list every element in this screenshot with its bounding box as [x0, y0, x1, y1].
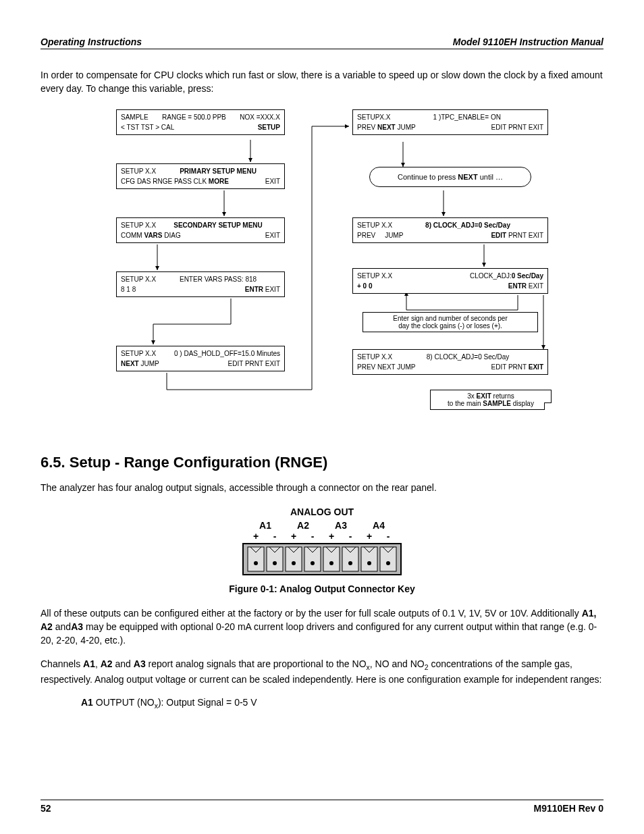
- page-number: 52: [41, 803, 51, 814]
- svg-point-27: [329, 561, 333, 565]
- analog-polarity-labels: +- +- +- +-: [246, 531, 398, 542]
- connector-diagram: [242, 543, 402, 575]
- svg-point-19: [254, 561, 258, 565]
- svg-rect-32: [380, 547, 396, 571]
- header-left: Operating Instructions: [41, 36, 142, 47]
- p2: The analyzer has four analog output sign…: [41, 481, 603, 494]
- analog-out-figure: ANALOG OUT A1 A2 A3 A4 +- +- +- +-: [41, 506, 603, 575]
- section-heading: 6.5. Setup - Range Configuration (RNGE): [41, 454, 603, 471]
- svg-point-25: [311, 561, 315, 565]
- svg-rect-28: [342, 547, 358, 571]
- svg-rect-18: [248, 547, 264, 571]
- svg-rect-30: [361, 547, 377, 571]
- analog-channel-labels: A1 A2 A3 A4: [246, 520, 398, 531]
- flow-box-primary-setup: SETUP X.XPRIMARY SETUP MENU CFG DAS RNGE…: [116, 163, 285, 189]
- page-header: Operating Instructions Model 9110EH Inst…: [41, 36, 603, 49]
- flow-box-secondary-setup: SETUP X.XSECONDARY SETUP MENU COMM VARS …: [116, 217, 285, 243]
- intro-paragraph: In order to compensate for CPU clocks wh…: [41, 68, 603, 96]
- svg-point-23: [292, 561, 296, 565]
- p4: Channels A1, A2 and A3 report analog sig…: [41, 657, 603, 686]
- header-right: Model 9110EH Instruction Manual: [453, 36, 603, 47]
- flowchart: SAMPLERANGE = 500.0 PPBNOX =XXX.X < TST …: [86, 109, 558, 440]
- page-footer: 52 M9110EH Rev 0: [41, 800, 603, 814]
- p5: A1 OUTPUT (NOx): Output Signal = 0-5 V: [81, 696, 603, 711]
- svg-point-33: [386, 561, 390, 565]
- flow-box-vars-pass: SETUP X.XENTER VARS PASS: 818 8 1 8ENTR …: [116, 271, 285, 297]
- flow-box-clock-adj-8: SETUP X.X8) CLOCK_ADJ=0 Sec/Day PREV JUM…: [352, 217, 548, 243]
- figure-caption: Figure 0-1: Analog Output Connector Key: [41, 583, 603, 594]
- svg-point-31: [367, 561, 371, 565]
- svg-rect-24: [304, 547, 321, 571]
- svg-point-29: [348, 561, 352, 565]
- flow-box-clock-adj-exit: SETUP X.X8) CLOCK_ADJ=0 Sec/Day PREV NEX…: [352, 349, 548, 375]
- svg-rect-20: [267, 547, 283, 571]
- p3: All of these outputs can be configured e…: [41, 606, 603, 648]
- flow-note-exit-returns: 3x EXIT returns to the main SAMPLE displ…: [430, 390, 552, 410]
- flow-box-clock-adj-entr: SETUP X.XCLOCK_ADJ:0 Sec/Day + 0 0ENTR E…: [352, 268, 548, 294]
- svg-rect-22: [286, 547, 302, 571]
- doc-revision: M9110EH Rev 0: [533, 803, 603, 814]
- analog-out-title: ANALOG OUT: [41, 506, 603, 517]
- flow-box-tpc-enable: SETUPX.X1 )TPC_ENABLE= ON PREV NEXT JUMP…: [352, 109, 548, 135]
- flow-box-sample: SAMPLERANGE = 500.0 PPBNOX =XXX.X < TST …: [116, 109, 285, 135]
- flow-note-enter-sign: Enter sign and number of seconds per day…: [363, 312, 538, 332]
- flow-oval-continue: Continue to press NEXT until …: [369, 167, 531, 187]
- svg-rect-26: [323, 547, 340, 571]
- svg-point-21: [273, 561, 277, 565]
- flow-box-das-hold: SETUP X.X0 ) DAS_HOLD_OFF=15.0 Minutes N…: [116, 346, 285, 371]
